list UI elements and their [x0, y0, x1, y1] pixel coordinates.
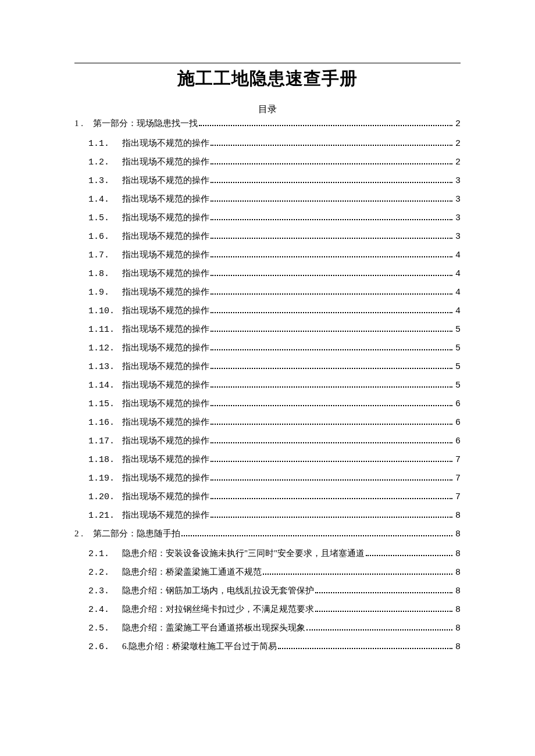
- toc-entry-page: 8: [454, 587, 461, 596]
- toc-entry[interactable]: 2.1.隐患介绍：安装设备设施未执行"三同时"安全要求，且堵塞通道8: [74, 549, 461, 563]
- toc-entry-title: 指出现场不规范的操作: [122, 362, 209, 371]
- toc-leader-dots: [315, 611, 452, 612]
- toc-entry-title: 6.隐患介绍：桥梁墩柱施工平台过于简易: [122, 642, 277, 651]
- toc-entry-page: 6: [454, 418, 461, 427]
- toc-entry-page: 8: [454, 643, 461, 651]
- horizontal-rule: [74, 63, 461, 63]
- toc-entry-page: 3: [454, 195, 461, 204]
- toc-entry-page: 8: [454, 530, 461, 539]
- toc-entry-page: 2: [454, 158, 461, 167]
- toc-entry[interactable]: 2.5.隐患介绍：盖梁施工平台通道搭板出现探头现象8: [74, 624, 461, 637]
- toc-leader-dots: [306, 629, 452, 630]
- toc-entry[interactable]: 1 .第一部分：现场隐患找一找2: [74, 119, 461, 134]
- toc-entry-title: 指出现场不规范的操作: [122, 232, 209, 241]
- toc-leader-dots: [211, 461, 452, 462]
- toc-entry-title: 指出现场不规范的操作: [122, 250, 209, 259]
- toc-leader-dots: [278, 648, 452, 649]
- toc-entry-page: 2: [454, 139, 461, 148]
- toc-entry-number: 2 .: [74, 529, 93, 538]
- toc-entry[interactable]: 1.10.指出现场不规范的操作4: [74, 306, 461, 320]
- toc-entry-page: 4: [454, 288, 461, 297]
- toc-leader-dots: [211, 293, 452, 295]
- toc-entry-page: 7: [454, 474, 461, 483]
- toc-entry[interactable]: 1.7.指出现场不规范的操作4: [74, 250, 461, 264]
- toc-entry-number: 1.11.: [88, 325, 122, 334]
- toc-entry[interactable]: 2.3.隐患介绍：钢筋加工场内，电线乱拉设无套管保护8: [74, 586, 461, 600]
- toc-leader-dots: [181, 535, 452, 536]
- toc-entry-page: 4: [454, 270, 461, 278]
- toc-entry[interactable]: 2.6.6.隐患介绍：桥梁墩柱施工平台过于简易8: [74, 642, 461, 656]
- toc-entry-page: 7: [454, 456, 461, 464]
- toc-entry-number: 1 .: [74, 119, 93, 128]
- toc-entry-page: 5: [454, 344, 461, 353]
- toc-entry[interactable]: 1.21.指出现场不规范的操作8: [74, 511, 461, 525]
- toc-leader-dots: [263, 574, 452, 575]
- toc-entry[interactable]: 1.8.指出现场不规范的操作4: [74, 269, 461, 283]
- toc-entry[interactable]: 1.3.指出现场不规范的操作3: [74, 176, 461, 190]
- toc-entry-number: 1.10.: [88, 307, 122, 316]
- toc-entry-number: 1.3.: [88, 177, 122, 185]
- toc-entry[interactable]: 1.17.指出现场不规范的操作6: [74, 436, 461, 450]
- toc-entry-number: 1.7.: [88, 251, 122, 260]
- toc-entry-page: 6: [454, 437, 461, 446]
- toc-leader-dots: [211, 442, 452, 443]
- toc-leader-dots: [211, 386, 452, 388]
- toc-entry-number: 2.5.: [88, 624, 122, 633]
- toc-entry[interactable]: 1.5.指出现场不规范的操作3: [74, 213, 461, 227]
- toc-entry[interactable]: 1.19.指出现场不规范的操作7: [74, 474, 461, 488]
- toc-entry[interactable]: 1.2.指出现场不规范的操作2: [74, 157, 461, 171]
- toc-entry-number: 1.17.: [88, 437, 122, 446]
- toc-leader-dots: [211, 182, 452, 183]
- toc-entry-number: 1.5.: [88, 214, 122, 223]
- toc-entry-title: 指出现场不规范的操作: [122, 511, 209, 519]
- toc-entry-number: 2.4.: [88, 605, 122, 614]
- toc-entry[interactable]: 2 .第二部分：隐患随手拍8: [74, 529, 461, 544]
- toc-entry[interactable]: 1.12.指出现场不规范的操作5: [74, 343, 461, 357]
- toc-entry-title: 指出现场不规范的操作: [122, 139, 209, 148]
- toc-leader-dots: [211, 517, 452, 518]
- toc-entry-title: 指出现场不规范的操作: [122, 418, 209, 427]
- toc-entry[interactable]: 1.13.指出现场不规范的操作5: [74, 362, 461, 376]
- toc-entry-title: 隐患介绍：安装设备设施未执行"三同时"安全要求，且堵塞通道: [122, 549, 365, 558]
- toc-leader-dots: [211, 479, 452, 481]
- toc-entry[interactable]: 1.20.指出现场不规范的操作7: [74, 492, 461, 506]
- toc-entry-page: 5: [454, 381, 461, 390]
- toc-entry[interactable]: 1.1.指出现场不规范的操作2: [74, 139, 461, 153]
- toc-entry-title: 指出现场不规范的操作: [122, 474, 209, 482]
- toc-entry[interactable]: 1.16.指出现场不规范的操作6: [74, 418, 461, 432]
- toc-entry-title: 指出现场不规范的操作: [122, 436, 209, 445]
- toc-leader-dots: [211, 405, 452, 406]
- toc-entry[interactable]: 1.15.指出现场不规范的操作6: [74, 399, 461, 413]
- toc-entry-page: 6: [454, 400, 461, 409]
- toc-entry[interactable]: 2.2.隐患介绍：桥梁盖梁施工通道不规范8: [74, 568, 461, 582]
- toc-entry-number: 1.8.: [88, 270, 122, 278]
- toc-entry-page: 7: [454, 493, 461, 501]
- toc-entry-number: 1.4.: [88, 195, 122, 204]
- toc-entry-title: 指出现场不规范的操作: [122, 269, 209, 278]
- toc-entry[interactable]: 1.18.指出现场不规范的操作7: [74, 455, 461, 469]
- toc-entry-number: 1.18.: [88, 456, 122, 464]
- toc-entry-number: 1.21.: [88, 511, 122, 520]
- toc-entry[interactable]: 2.4.隐患介绍：对拉钢丝绳卡扣过少，不满足规范要求8: [74, 605, 461, 619]
- toc-entry-title: 指出现场不规范的操作: [122, 195, 209, 203]
- toc-entry[interactable]: 1.6.指出现场不规范的操作3: [74, 232, 461, 246]
- toc-entry-number: 1.9.: [88, 288, 122, 297]
- toc-entry-title: 指出现场不规范的操作: [122, 157, 209, 166]
- toc-leader-dots: [211, 163, 452, 164]
- toc-entry[interactable]: 1.9.指出现场不规范的操作4: [74, 288, 461, 302]
- toc-entry-page: 3: [454, 214, 461, 223]
- toc-entry[interactable]: 1.11.指出现场不规范的操作5: [74, 325, 461, 339]
- toc-entry-number: 2.1.: [88, 550, 122, 558]
- toc-entry[interactable]: 1.4.指出现场不规范的操作3: [74, 195, 461, 209]
- toc-entry-page: 8: [454, 624, 461, 633]
- toc-entry-number: 2.3.: [88, 587, 122, 596]
- toc-leader-dots: [211, 349, 452, 350]
- toc-entry-page: 4: [454, 251, 461, 260]
- toc-entry-title: 指出现场不规范的操作: [122, 306, 209, 315]
- toc-entry-title: 指出现场不规范的操作: [122, 288, 209, 296]
- toc-entry-page: 3: [454, 177, 461, 185]
- toc-entry-title: 指出现场不规范的操作: [122, 213, 209, 222]
- toc-entry-page: 2: [454, 120, 461, 128]
- document-page: 施工工地隐患速查手册 目录 1 .第一部分：现场隐患找一找21.1.指出现场不规…: [74, 63, 461, 661]
- toc-entry[interactable]: 1.14.指出现场不规范的操作5: [74, 381, 461, 395]
